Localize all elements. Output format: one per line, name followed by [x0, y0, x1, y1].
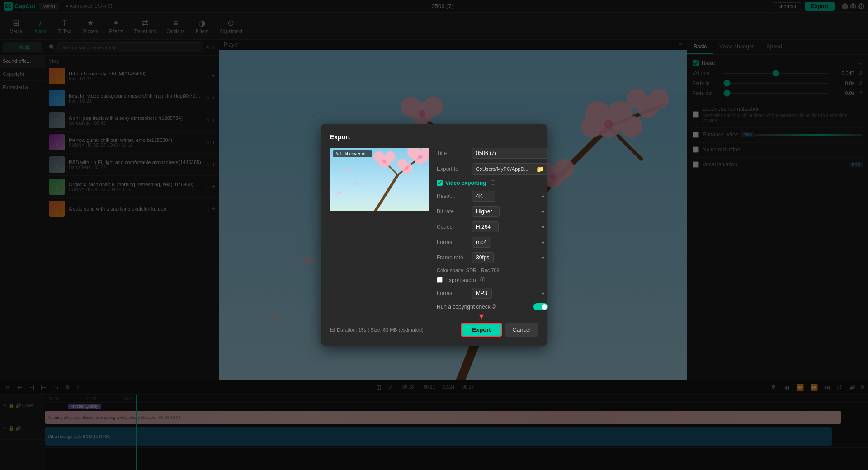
- audio-format-label: Format: [437, 290, 468, 296]
- bitrate-select-wrapper: Higher High Medium Low: [472, 206, 548, 217]
- red-arrow: ▼: [477, 312, 486, 321]
- export-btn-wrapper: ▼ Export: [461, 323, 501, 337]
- modal-overlay: Export: [0, 0, 868, 470]
- modal-form: Title Export to C:/Users/MyPC/AppD... 📁 …: [437, 148, 548, 310]
- codec-select[interactable]: H.264 H.265 ProRes: [472, 221, 499, 232]
- title-label: Title: [437, 150, 468, 156]
- export-path: C:/Users/MyPC/AppD... 📁: [472, 163, 548, 175]
- film-icon: 🎞: [330, 327, 335, 333]
- framerate-row: Frame rate 30fps 60fps 24fps 25fps: [437, 252, 548, 263]
- codec-select-wrapper: H.264 H.265 ProRes: [472, 221, 548, 232]
- cancel-action-button[interactable]: Cancel: [505, 323, 538, 337]
- audio-info-icon: ⓘ: [480, 277, 485, 283]
- video-export-label: Video exporting: [445, 180, 486, 186]
- framerate-label: Frame rate: [437, 254, 468, 261]
- resolution-select[interactable]: 4K 2K 1080p 720p: [472, 191, 495, 202]
- audio-format-select[interactable]: MP3 AAC WAV: [472, 288, 492, 299]
- color-space-label: Color space: SDR - Rec.709: [437, 268, 548, 273]
- copyright-check-row: Run a copyright check ©: [437, 303, 548, 310]
- framerate-select-wrapper: 30fps 60fps 24fps 25fps: [472, 252, 548, 263]
- modal-preview-image: [330, 148, 429, 211]
- resolution-row: Resol... 4K 2K 1080p 720p: [437, 191, 548, 202]
- title-input[interactable]: [472, 148, 548, 159]
- copyright-toggle[interactable]: [533, 303, 548, 310]
- modal-actions: ▼ Export Cancel: [461, 323, 538, 337]
- duration-info: 🎞 Duration: 15s | Size: 63 MB (estimated…: [330, 327, 424, 333]
- preview-svg: [330, 148, 429, 211]
- resolution-label: Resol...: [437, 193, 468, 199]
- folder-icon[interactable]: 📁: [536, 165, 544, 173]
- bitrate-select[interactable]: Higher High Medium Low: [472, 206, 500, 217]
- export-audio-section: Export audio ⓘ: [437, 277, 548, 283]
- format-select[interactable]: mp4 mov avi: [472, 237, 491, 248]
- framerate-select[interactable]: 30fps 60fps 24fps 25fps: [472, 252, 494, 263]
- video-export-checkbox[interactable]: [437, 180, 443, 186]
- bitrate-row: Bit rate Higher High Medium Low: [437, 206, 548, 217]
- svg-point-41: [385, 151, 396, 162]
- resolution-select-wrapper: 4K 2K 1080p 720p: [472, 191, 548, 202]
- edit-cover-button[interactable]: ✎ Edit cover m...: [333, 150, 372, 157]
- codec-row: Codec H.264 H.265 ProRes: [437, 221, 548, 232]
- export-audio-checkbox[interactable]: [437, 277, 443, 283]
- export-to-row: Export to C:/Users/MyPC/AppD... 📁: [437, 163, 548, 175]
- format-label: Format: [437, 239, 468, 245]
- modal-preview: ✎ Edit cover m...: [330, 148, 429, 310]
- format-row: Format mp4 mov avi: [437, 237, 548, 248]
- codec-label: Codec: [437, 224, 468, 230]
- title-row: Title: [437, 148, 548, 159]
- format-select-wrapper: mp4 mov avi: [472, 237, 548, 248]
- modal-title: Export: [330, 133, 538, 141]
- video-export-section: Video exporting ⓘ: [437, 179, 548, 186]
- export-to-label: Export to: [437, 166, 468, 172]
- svg-point-44: [418, 155, 423, 159]
- modal-body: ✎ Edit cover m... Title Export to C:/Use…: [330, 148, 538, 310]
- export-modal: Export: [321, 124, 547, 346]
- duration-text: Duration: 15s | Size: 63 MB (estimated): [337, 327, 424, 333]
- export-action-button[interactable]: Export: [461, 323, 501, 337]
- audio-format-row: Format MP3 AAC WAV: [437, 288, 548, 299]
- svg-point-45: [382, 160, 386, 163]
- modal-footer: 🎞 Duration: 15s | Size: 63 MB (estimated…: [330, 317, 538, 337]
- audio-format-wrapper: MP3 AAC WAV: [472, 288, 548, 299]
- video-export-info-icon: ⓘ: [491, 179, 495, 186]
- export-audio-label: Export audio: [445, 277, 476, 283]
- export-path-text: C:/Users/MyPC/AppD...: [476, 166, 528, 172]
- copyright-check-label: Run a copyright check ©: [437, 304, 496, 310]
- toggle-knob: [542, 304, 547, 310]
- bitrate-label: Bit rate: [437, 208, 468, 215]
- svg-point-46: [405, 166, 409, 170]
